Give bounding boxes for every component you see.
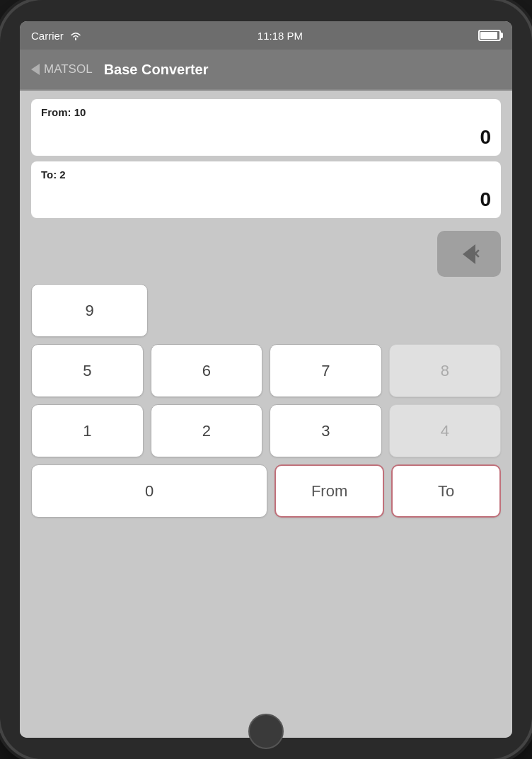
- status-left: Carrier: [31, 30, 82, 42]
- device-frame: Carrier 11:18 PM MATSOL Base Converter: [0, 0, 532, 759]
- to-value: 0: [480, 188, 491, 211]
- empty-space: [155, 284, 501, 337]
- from-label: From: 10: [41, 106, 491, 118]
- backspace-icon: ✕: [463, 244, 475, 264]
- key-2-button[interactable]: 2: [151, 404, 263, 457]
- wifi-icon: [69, 30, 82, 40]
- key-5-button[interactable]: 5: [31, 344, 144, 397]
- status-right: [478, 30, 501, 41]
- backspace-button[interactable]: ✕: [437, 231, 501, 277]
- key-row-5678: 5 6 7 8: [31, 344, 501, 397]
- keypad-area: ✕ 9 5 6 7 8 1: [31, 224, 501, 726]
- from-input-field[interactable]: From: 10 0: [31, 99, 501, 156]
- key-0-button[interactable]: 0: [31, 464, 267, 518]
- home-button[interactable]: [248, 714, 284, 749]
- device-screen: Carrier 11:18 PM MATSOL Base Converter: [20, 21, 512, 738]
- key-9-button[interactable]: 9: [31, 284, 148, 337]
- to-button[interactable]: To: [391, 464, 501, 518]
- status-time: 11:18 PM: [258, 30, 303, 42]
- carrier-label: Carrier: [31, 30, 64, 42]
- to-input-field[interactable]: To: 2 0: [31, 161, 501, 218]
- from-button[interactable]: From: [274, 464, 384, 518]
- content-area: From: 10 0 To: 2 0 ✕: [20, 91, 512, 738]
- key-4-button[interactable]: 4: [389, 404, 502, 457]
- key-row-1234: 1 2 3 4: [31, 404, 501, 457]
- back-button[interactable]: MATSOL: [31, 62, 98, 76]
- status-bar: Carrier 11:18 PM: [20, 21, 512, 50]
- nav-bar: MATSOL Base Converter: [20, 50, 512, 89]
- from-value: 0: [480, 126, 491, 149]
- page-title: Base Converter: [104, 62, 209, 78]
- battery-icon: [478, 30, 501, 41]
- key-7-button[interactable]: 7: [270, 344, 382, 397]
- key-row-bottom: 0 From To: [31, 464, 501, 518]
- to-label: To: 2: [41, 169, 491, 181]
- key-8-button[interactable]: 8: [389, 344, 502, 397]
- key-3-button[interactable]: 3: [270, 404, 382, 457]
- back-label: MATSOL: [44, 62, 93, 76]
- key-6-button[interactable]: 6: [151, 344, 263, 397]
- backspace-x-icon: ✕: [470, 246, 480, 262]
- back-chevron-icon: [31, 64, 40, 75]
- backspace-row: ✕: [31, 231, 501, 277]
- key-1-button[interactable]: 1: [31, 404, 144, 457]
- key-row-9: 9: [31, 284, 501, 337]
